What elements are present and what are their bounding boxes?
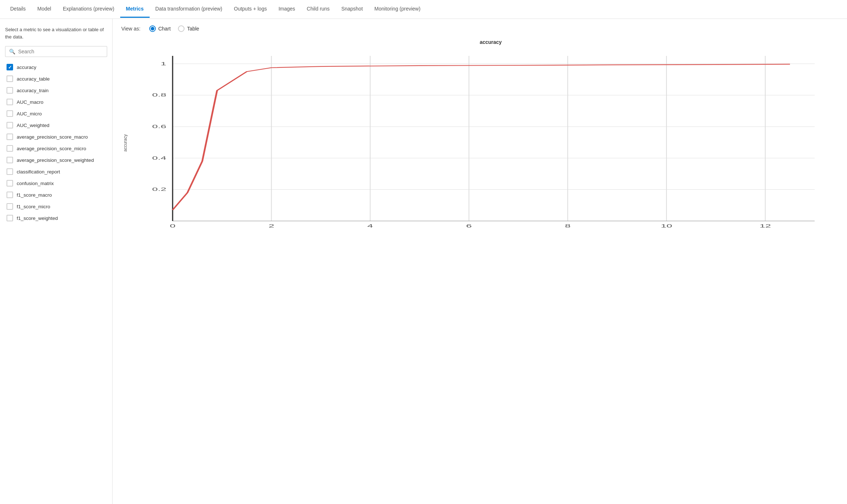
tab-metrics[interactable]: Metrics bbox=[120, 1, 150, 18]
y-axis-label: accuracy bbox=[121, 49, 128, 237]
svg-text:0.2: 0.2 bbox=[152, 187, 166, 192]
svg-text:1: 1 bbox=[161, 61, 166, 66]
radio-chart[interactable]: Chart bbox=[149, 25, 171, 32]
checkbox-f1_score_micro[interactable] bbox=[7, 203, 13, 210]
checkbox-confusion_matrix[interactable] bbox=[7, 180, 13, 187]
metric-label-average_precision_micro: average_precision_score_micro bbox=[17, 146, 86, 151]
radio-table-circle bbox=[178, 25, 185, 32]
checkbox-auc_macro[interactable] bbox=[7, 99, 13, 105]
metric-label-accuracy_train: accuracy_train bbox=[17, 88, 49, 93]
metric-label-f1_score_micro: f1_score_micro bbox=[17, 204, 50, 209]
radio-group: Chart Table bbox=[149, 25, 199, 32]
checkbox-accuracy_train[interactable] bbox=[7, 87, 13, 94]
metric-label-average_precision_macro: average_precision_score_macro bbox=[17, 134, 88, 140]
chart-svg-container: 0246810120.20.40.60.81 bbox=[129, 49, 838, 237]
metric-label-confusion_matrix: confusion_matrix bbox=[17, 181, 54, 186]
metric-item-auc_weighted[interactable]: AUC_weighted bbox=[5, 119, 107, 131]
svg-text:0.4: 0.4 bbox=[152, 155, 166, 161]
checkbox-average_precision_macro[interactable] bbox=[7, 134, 13, 140]
metric-item-accuracy[interactable]: accuracy bbox=[5, 61, 107, 73]
metric-label-average_precision_weighted: average_precision_score_weighted bbox=[17, 157, 94, 163]
metric-label-classification_report: classification_report bbox=[17, 169, 60, 175]
chart-title: accuracy bbox=[143, 39, 838, 45]
metrics-list: accuracyaccuracy_tableaccuracy_trainAUC_… bbox=[5, 61, 107, 499]
metric-item-average_precision_macro[interactable]: average_precision_score_macro bbox=[5, 131, 107, 143]
tab-snapshot[interactable]: Snapshot bbox=[336, 1, 369, 18]
checkbox-f1_score_macro[interactable] bbox=[7, 192, 13, 198]
metric-item-f1_score_macro[interactable]: f1_score_macro bbox=[5, 189, 107, 201]
radio-table-label: Table bbox=[187, 26, 199, 32]
metric-label-auc_micro: AUC_micro bbox=[17, 111, 42, 116]
metric-item-auc_micro[interactable]: AUC_micro bbox=[5, 108, 107, 119]
svg-text:0.8: 0.8 bbox=[152, 92, 166, 98]
radio-table[interactable]: Table bbox=[178, 25, 199, 32]
svg-text:6: 6 bbox=[466, 223, 472, 229]
svg-text:0: 0 bbox=[170, 223, 175, 229]
accuracy-chart: 0246810120.20.40.60.81 bbox=[129, 49, 838, 237]
metric-label-accuracy_table: accuracy_table bbox=[17, 76, 50, 82]
tab-model[interactable]: Model bbox=[32, 1, 57, 18]
tab-monitoring[interactable]: Monitoring (preview) bbox=[369, 1, 426, 18]
radio-chart-circle bbox=[149, 25, 156, 32]
checkbox-accuracy_table[interactable] bbox=[7, 75, 13, 82]
metric-item-average_precision_micro[interactable]: average_precision_score_micro bbox=[5, 143, 107, 154]
tab-images[interactable]: Images bbox=[273, 1, 301, 18]
tab-child-runs[interactable]: Child runs bbox=[301, 1, 336, 18]
metric-item-confusion_matrix[interactable]: confusion_matrix bbox=[5, 177, 107, 189]
main-layout: Select a metric to see a visualization o… bbox=[0, 19, 847, 504]
tab-outputs-logs[interactable]: Outputs + logs bbox=[228, 1, 273, 18]
metric-item-accuracy_table[interactable]: accuracy_table bbox=[5, 73, 107, 85]
metric-label-f1_score_weighted: f1_score_weighted bbox=[17, 216, 58, 221]
tab-details[interactable]: Details bbox=[4, 1, 32, 18]
checkbox-average_precision_weighted[interactable] bbox=[7, 157, 13, 163]
search-box[interactable]: 🔍 bbox=[5, 46, 107, 57]
metric-item-f1_score_micro[interactable]: f1_score_micro bbox=[5, 201, 107, 212]
top-navigation: Details Model Explanations (preview) Met… bbox=[0, 0, 847, 19]
search-input[interactable] bbox=[18, 49, 103, 54]
sidebar-description: Select a metric to see a visualization o… bbox=[5, 26, 107, 40]
svg-text:0.6: 0.6 bbox=[152, 124, 166, 129]
sidebar: Select a metric to see a visualization o… bbox=[0, 19, 113, 504]
svg-text:8: 8 bbox=[565, 223, 571, 229]
metric-label-accuracy: accuracy bbox=[17, 65, 36, 70]
checkbox-accuracy[interactable] bbox=[7, 64, 13, 70]
tab-explanations[interactable]: Explanations (preview) bbox=[57, 1, 120, 18]
chart-wrap: accuracy 0246810120.20.40.60.81 bbox=[121, 49, 838, 237]
svg-text:4: 4 bbox=[367, 223, 373, 229]
metric-label-auc_macro: AUC_macro bbox=[17, 99, 44, 105]
checkbox-classification_report[interactable] bbox=[7, 168, 13, 175]
svg-text:2: 2 bbox=[268, 223, 274, 229]
metric-item-average_precision_weighted[interactable]: average_precision_score_weighted bbox=[5, 154, 107, 166]
content-area: View as: Chart Table accuracy accuracy 0… bbox=[113, 19, 847, 504]
metric-item-classification_report[interactable]: classification_report bbox=[5, 166, 107, 177]
checkbox-f1_score_weighted[interactable] bbox=[7, 215, 13, 221]
view-as-label: View as: bbox=[121, 26, 141, 32]
radio-chart-label: Chart bbox=[158, 26, 171, 32]
view-as-row: View as: Chart Table bbox=[121, 25, 838, 32]
search-icon: 🔍 bbox=[9, 49, 15, 54]
metric-item-accuracy_train[interactable]: accuracy_train bbox=[5, 85, 107, 96]
chart-container: accuracy accuracy 0246810120.20.40.60.81 bbox=[121, 39, 838, 497]
svg-text:12: 12 bbox=[759, 223, 771, 229]
metric-item-f1_score_weighted[interactable]: f1_score_weighted bbox=[5, 212, 107, 224]
metric-label-auc_weighted: AUC_weighted bbox=[17, 123, 49, 128]
metric-item-auc_macro[interactable]: AUC_macro bbox=[5, 96, 107, 108]
checkbox-average_precision_micro[interactable] bbox=[7, 145, 13, 152]
metric-label-f1_score_macro: f1_score_macro bbox=[17, 192, 52, 198]
checkbox-auc_micro[interactable] bbox=[7, 110, 13, 117]
checkbox-auc_weighted[interactable] bbox=[7, 122, 13, 128]
svg-text:10: 10 bbox=[661, 223, 672, 229]
tab-data-transformation[interactable]: Data transformation (preview) bbox=[150, 1, 228, 18]
